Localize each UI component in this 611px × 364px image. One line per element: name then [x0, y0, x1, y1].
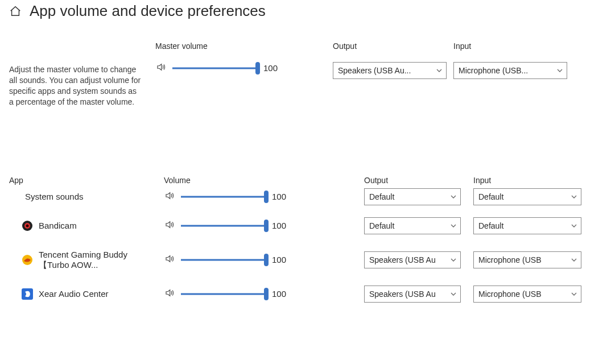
col-output-label: Output: [347, 176, 461, 185]
app-output-selected: Default: [369, 192, 394, 201]
master-output-label: Output: [333, 42, 447, 51]
svg-point-2: [26, 224, 29, 227]
app-input-selected: Microphone (USB: [478, 255, 542, 264]
app-output-selected: Speakers (USB Au: [369, 289, 436, 299]
chevron-down-icon: [450, 193, 457, 200]
master-input-label: Input: [453, 42, 567, 51]
chevron-down-icon: [571, 222, 577, 229]
master-description: Adjust the master volume to change all s…: [9, 64, 148, 107]
chevron-down-icon: [571, 257, 577, 263]
chevron-down-icon: [571, 193, 577, 200]
app-volume-track[interactable]: [181, 220, 266, 231]
app-volume-value: 100: [272, 289, 289, 299]
col-app-label: App: [9, 176, 134, 185]
app-output-dropdown[interactable]: Default: [364, 217, 461, 234]
app-volume-slider[interactable]: 100: [141, 288, 340, 300]
app-output-dropdown[interactable]: Default: [364, 188, 461, 205]
speaker-icon: [164, 220, 175, 231]
tencent-icon: [22, 254, 33, 266]
speaker-icon: [155, 62, 167, 74]
app-volume-value: 100: [272, 255, 289, 264]
chevron-down-icon: [571, 291, 577, 297]
app-volume-value: 100: [272, 221, 289, 230]
app-section-headers: App Volume Output Input: [9, 176, 602, 185]
app-volume-track[interactable]: [181, 254, 266, 266]
app-volume-slider[interactable]: 100: [141, 191, 340, 202]
xear-icon: [22, 288, 33, 300]
speaker-icon: [164, 191, 175, 202]
col-volume-label: Volume: [141, 176, 340, 185]
master-volume-label: Master volume: [155, 42, 326, 51]
app-row: Bandicam100DefaultDefault: [9, 209, 602, 243]
speaker-icon: [164, 288, 175, 300]
app-output-dropdown[interactable]: Speakers (USB Au: [364, 251, 461, 268]
master-section: Adjust the master volume to change all s…: [9, 42, 602, 107]
app-input-dropdown[interactable]: Microphone (USB: [473, 251, 581, 268]
app-name: System sounds: [25, 192, 84, 201]
col-input-label: Input: [468, 176, 581, 185]
app-cell: Tencent Gaming Buddy【Turbo AOW...: [9, 250, 134, 270]
app-input-selected: Default: [478, 192, 503, 201]
app-volume-track[interactable]: [181, 191, 266, 202]
header: App volume and device preferences: [9, 0, 602, 20]
app-output-selected: Default: [369, 221, 394, 230]
chevron-down-icon: [450, 222, 457, 229]
app-cell: System sounds: [9, 192, 134, 201]
master-volume-value: 100: [263, 63, 280, 73]
chevron-down-icon: [450, 257, 457, 263]
app-input-dropdown[interactable]: Default: [473, 188, 581, 205]
home-icon[interactable]: [9, 5, 22, 18]
app-output-dropdown[interactable]: Speakers (USB Au: [364, 286, 461, 303]
chevron-down-icon: [556, 67, 563, 74]
bandicam-icon: [22, 220, 33, 231]
app-row: Xear Audio Center100Speakers (USB AuMicr…: [9, 277, 602, 311]
app-volume-slider[interactable]: 100: [141, 220, 340, 231]
app-volume-value: 100: [272, 192, 289, 201]
master-volume-slider[interactable]: 100: [155, 62, 326, 74]
chevron-down-icon: [436, 67, 443, 74]
app-cell: Bandicam: [9, 220, 134, 231]
app-name: Tencent Gaming Buddy【Turbo AOW...: [39, 250, 130, 270]
chevron-down-icon: [450, 291, 457, 297]
app-name: Xear Audio Center: [39, 289, 109, 299]
app-input-dropdown[interactable]: Microphone (USB: [473, 286, 581, 303]
master-input-selected: Microphone (USB...: [459, 66, 528, 75]
master-output-selected: Speakers (USB Au...: [338, 66, 411, 75]
master-volume-track[interactable]: [172, 63, 258, 74]
app-section: App Volume Output Input System sounds100…: [9, 176, 602, 311]
app-name: Bandicam: [39, 221, 77, 230]
master-input-dropdown[interactable]: Microphone (USB...: [453, 62, 567, 79]
app-cell: Xear Audio Center: [9, 288, 134, 300]
speaker-icon: [164, 254, 175, 266]
app-volume-slider[interactable]: 100: [141, 254, 340, 266]
app-output-selected: Speakers (USB Au: [369, 255, 436, 264]
app-input-selected: Default: [478, 221, 503, 230]
app-input-dropdown[interactable]: Default: [473, 217, 581, 234]
app-input-selected: Microphone (USB: [478, 289, 542, 299]
app-row: System sounds100DefaultDefault: [9, 185, 602, 209]
app-row: Tencent Gaming Buddy【Turbo AOW...100Spea…: [9, 243, 602, 277]
app-volume-track[interactable]: [181, 288, 266, 300]
master-output-dropdown[interactable]: Speakers (USB Au...: [333, 62, 447, 79]
page-title: App volume and device preferences: [30, 2, 266, 20]
